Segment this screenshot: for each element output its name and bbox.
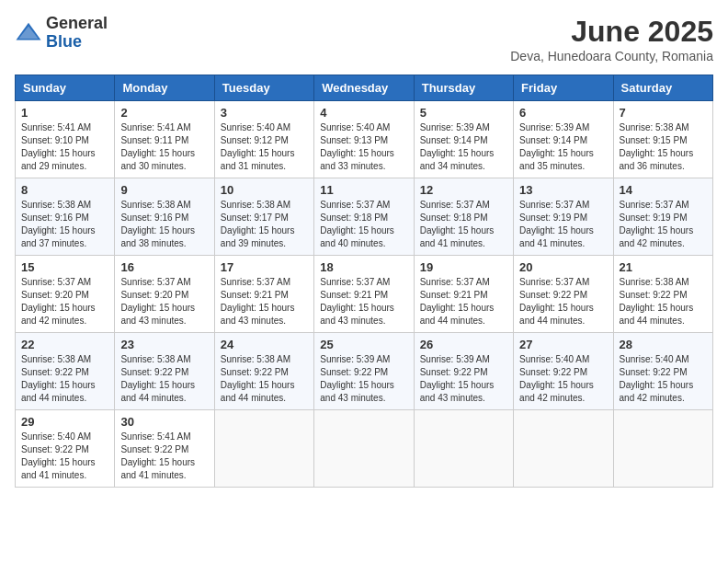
sunrise-text: Sunrise: 5:37 AM (519, 199, 607, 212)
sunset-text: Sunset: 9:21 PM (420, 289, 507, 302)
daylight-text: Daylight: 15 hours and 43 minutes. (320, 379, 407, 405)
daylight-text: Daylight: 15 hours and 35 minutes. (519, 147, 607, 173)
day-info: Sunrise: 5:37 AM Sunset: 9:22 PM Dayligh… (519, 276, 607, 327)
calendar-cell: 20 Sunrise: 5:37 AM Sunset: 9:22 PM Dayl… (514, 256, 613, 333)
sunset-text: Sunset: 9:19 PM (620, 212, 707, 224)
calendar-cell: 22 Sunrise: 5:38 AM Sunset: 9:22 PM Dayl… (16, 333, 115, 410)
header-monday: Monday (115, 75, 214, 101)
sunset-text: Sunset: 9:22 PM (620, 366, 707, 379)
day-info: Sunrise: 5:38 AM Sunset: 9:22 PM Dayligh… (620, 276, 707, 327)
calendar-cell: 13 Sunrise: 5:37 AM Sunset: 9:19 PM Dayl… (514, 178, 613, 256)
sunset-text: Sunset: 9:21 PM (320, 289, 407, 302)
day-info: Sunrise: 5:40 AM Sunset: 9:22 PM Dayligh… (620, 353, 707, 405)
day-info: Sunrise: 5:40 AM Sunset: 9:22 PM Dayligh… (21, 431, 108, 482)
sunrise-text: Sunrise: 5:40 AM (21, 431, 108, 443)
daylight-text: Daylight: 15 hours and 42 minutes. (519, 379, 607, 405)
sunset-text: Sunset: 9:18 PM (420, 212, 507, 224)
logo-general-text: General (46, 15, 108, 33)
day-number: 26 (420, 338, 507, 351)
day-number: 15 (21, 260, 108, 274)
day-number: 9 (120, 183, 208, 197)
month-title: June 2025 (510, 15, 713, 49)
day-number: 7 (620, 106, 707, 120)
day-info: Sunrise: 5:41 AM Sunset: 9:11 PM Dayligh… (120, 121, 208, 173)
calendar-cell (613, 410, 712, 488)
day-number: 5 (420, 106, 507, 120)
calendar-week-5: 29 Sunrise: 5:40 AM Sunset: 9:22 PM Dayl… (16, 410, 713, 488)
calendar-cell: 9 Sunrise: 5:38 AM Sunset: 9:16 PM Dayli… (115, 178, 214, 256)
calendar-cell (514, 410, 613, 488)
calendar-cell: 12 Sunrise: 5:37 AM Sunset: 9:18 PM Dayl… (414, 178, 513, 256)
calendar-week-1: 1 Sunrise: 5:41 AM Sunset: 9:10 PM Dayli… (16, 101, 713, 178)
day-info: Sunrise: 5:39 AM Sunset: 9:22 PM Dayligh… (420, 353, 507, 405)
logo-blue-text: Blue (46, 33, 108, 52)
sunrise-text: Sunrise: 5:37 AM (21, 276, 108, 289)
day-number: 18 (320, 260, 407, 274)
daylight-text: Daylight: 15 hours and 33 minutes. (320, 147, 407, 173)
calendar-cell: 28 Sunrise: 5:40 AM Sunset: 9:22 PM Dayl… (613, 333, 712, 410)
sunset-text: Sunset: 9:22 PM (221, 366, 308, 379)
logo-text: General Blue (46, 15, 108, 52)
day-number: 4 (320, 106, 407, 120)
sunset-text: Sunset: 9:15 PM (620, 134, 707, 147)
sunset-text: Sunset: 9:21 PM (221, 289, 308, 302)
day-number: 1 (21, 106, 108, 120)
sunrise-text: Sunrise: 5:37 AM (620, 199, 707, 212)
daylight-text: Daylight: 15 hours and 41 minutes. (120, 456, 208, 482)
sunrise-text: Sunrise: 5:37 AM (120, 276, 208, 289)
sunset-text: Sunset: 9:22 PM (519, 366, 607, 379)
day-info: Sunrise: 5:39 AM Sunset: 9:14 PM Dayligh… (420, 121, 507, 173)
sunset-text: Sunset: 9:10 PM (21, 134, 108, 147)
daylight-text: Daylight: 15 hours and 36 minutes. (620, 147, 707, 173)
sunrise-text: Sunrise: 5:38 AM (120, 353, 208, 366)
sunset-text: Sunset: 9:14 PM (420, 134, 507, 147)
calendar-cell: 19 Sunrise: 5:37 AM Sunset: 9:21 PM Dayl… (414, 256, 513, 333)
sunset-text: Sunset: 9:20 PM (21, 289, 108, 302)
day-info: Sunrise: 5:38 AM Sunset: 9:16 PM Dayligh… (21, 199, 108, 250)
sunset-text: Sunset: 9:22 PM (420, 366, 507, 379)
day-info: Sunrise: 5:37 AM Sunset: 9:20 PM Dayligh… (120, 276, 208, 327)
sunrise-text: Sunrise: 5:37 AM (221, 276, 308, 289)
day-info: Sunrise: 5:37 AM Sunset: 9:21 PM Dayligh… (221, 276, 308, 327)
day-info: Sunrise: 5:37 AM Sunset: 9:21 PM Dayligh… (420, 276, 507, 327)
calendar-cell: 25 Sunrise: 5:39 AM Sunset: 9:22 PM Dayl… (314, 333, 414, 410)
header-sunday: Sunday (16, 75, 115, 101)
title-block: June 2025 Deva, Hunedoara County, Romani… (510, 15, 713, 63)
sunrise-text: Sunrise: 5:37 AM (320, 199, 407, 212)
day-info: Sunrise: 5:38 AM Sunset: 9:22 PM Dayligh… (221, 353, 308, 405)
daylight-text: Daylight: 15 hours and 44 minutes. (420, 302, 507, 327)
sunrise-text: Sunrise: 5:38 AM (21, 199, 108, 212)
header-saturday: Saturday (613, 75, 712, 101)
sunset-text: Sunset: 9:18 PM (320, 212, 407, 224)
day-number: 19 (420, 260, 507, 274)
sunrise-text: Sunrise: 5:41 AM (120, 121, 208, 134)
logo: General Blue (15, 15, 108, 52)
sunset-text: Sunset: 9:11 PM (120, 134, 208, 147)
daylight-text: Daylight: 15 hours and 44 minutes. (21, 379, 108, 405)
day-info: Sunrise: 5:40 AM Sunset: 9:22 PM Dayligh… (519, 353, 607, 405)
day-number: 11 (320, 183, 407, 197)
calendar-cell: 10 Sunrise: 5:38 AM Sunset: 9:17 PM Dayl… (214, 178, 313, 256)
sunrise-text: Sunrise: 5:38 AM (620, 276, 707, 289)
day-info: Sunrise: 5:37 AM Sunset: 9:21 PM Dayligh… (320, 276, 407, 327)
sunrise-text: Sunrise: 5:40 AM (519, 353, 607, 366)
day-info: Sunrise: 5:41 AM Sunset: 9:22 PM Dayligh… (120, 431, 208, 482)
sunset-text: Sunset: 9:22 PM (120, 443, 208, 456)
header-row: Sunday Monday Tuesday Wednesday Thursday… (16, 75, 713, 101)
sunset-text: Sunset: 9:20 PM (120, 289, 208, 302)
header-thursday: Thursday (414, 75, 513, 101)
sunset-text: Sunset: 9:12 PM (221, 134, 308, 147)
day-info: Sunrise: 5:40 AM Sunset: 9:12 PM Dayligh… (221, 121, 308, 173)
day-info: Sunrise: 5:37 AM Sunset: 9:19 PM Dayligh… (519, 199, 607, 250)
daylight-text: Daylight: 15 hours and 41 minutes. (420, 224, 507, 250)
daylight-text: Daylight: 15 hours and 41 minutes. (519, 224, 607, 250)
day-number: 6 (519, 106, 607, 120)
daylight-text: Daylight: 15 hours and 43 minutes. (320, 302, 407, 327)
calendar-cell (314, 410, 414, 488)
sunrise-text: Sunrise: 5:38 AM (120, 199, 208, 212)
daylight-text: Daylight: 15 hours and 44 minutes. (519, 302, 607, 327)
day-info: Sunrise: 5:38 AM Sunset: 9:22 PM Dayligh… (21, 353, 108, 405)
calendar-week-3: 15 Sunrise: 5:37 AM Sunset: 9:20 PM Dayl… (16, 256, 713, 333)
sunrise-text: Sunrise: 5:41 AM (120, 431, 208, 443)
day-number: 30 (120, 415, 208, 429)
